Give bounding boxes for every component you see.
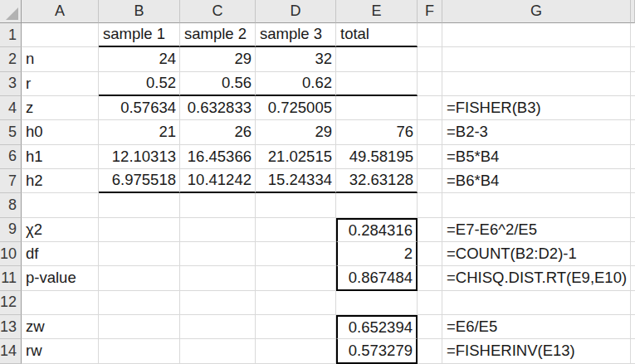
cell-E5[interactable]: 76 xyxy=(336,120,418,144)
cell-H12[interactable] xyxy=(631,291,635,315)
cell-E4[interactable] xyxy=(336,96,418,120)
cell-G3[interactable] xyxy=(442,72,631,96)
cell-B4[interactable]: 0.57634 xyxy=(99,96,180,120)
cell-F10[interactable] xyxy=(418,242,442,266)
cell-F5[interactable] xyxy=(418,120,442,144)
cell-F12[interactable] xyxy=(418,291,442,315)
row-header-7[interactable]: 7 xyxy=(0,169,22,193)
cell-B9[interactable] xyxy=(99,218,180,242)
cell-B11[interactable] xyxy=(99,266,180,290)
cell-H6[interactable] xyxy=(631,145,635,169)
cell-G12[interactable] xyxy=(442,291,631,315)
cell-A2[interactable]: n xyxy=(22,47,99,71)
cell-H10[interactable] xyxy=(631,242,635,266)
cell-G14[interactable]: =FISHERINV(E13) xyxy=(442,339,631,363)
cell-F4[interactable] xyxy=(418,96,442,120)
cell-E12[interactable] xyxy=(336,291,418,315)
cell-D13[interactable] xyxy=(256,315,336,339)
row-header-14[interactable]: 14 xyxy=(0,339,22,363)
cell-G4[interactable]: =FISHER(B3) xyxy=(442,96,631,120)
cell-A8[interactable] xyxy=(22,193,99,217)
cell-G11[interactable]: =CHISQ.DIST.RT(E9,E10) xyxy=(442,266,631,290)
cell-D14[interactable] xyxy=(256,339,336,363)
cell-C12[interactable] xyxy=(180,291,256,315)
cell-F6[interactable] xyxy=(418,145,442,169)
cell-C13[interactable] xyxy=(180,315,256,339)
row-header-5[interactable]: 5 xyxy=(0,120,22,144)
row-header-13[interactable]: 13 xyxy=(0,315,22,339)
cell-E2[interactable] xyxy=(336,47,418,71)
column-header-F[interactable]: F xyxy=(418,0,442,23)
cell-E7[interactable]: 32.63128 xyxy=(336,169,418,193)
row-header-4[interactable]: 4 xyxy=(0,96,22,120)
cell-B6[interactable]: 12.10313 xyxy=(99,145,180,169)
cell-H2[interactable] xyxy=(631,47,635,71)
cell-H8[interactable] xyxy=(631,193,635,217)
column-header-overflow[interactable] xyxy=(631,0,635,23)
cell-F3[interactable] xyxy=(418,72,442,96)
column-header-D[interactable]: D xyxy=(256,0,336,23)
cell-B10[interactable] xyxy=(99,242,180,266)
cell-H7[interactable] xyxy=(631,169,635,193)
cell-F2[interactable] xyxy=(418,47,442,71)
cell-C4[interactable]: 0.632833 xyxy=(180,96,256,120)
cell-E1[interactable]: total xyxy=(336,23,418,47)
cell-E9[interactable]: 0.284316 xyxy=(336,218,418,242)
row-header-6[interactable]: 6 xyxy=(0,145,22,169)
cell-G8[interactable] xyxy=(442,193,631,217)
cell-F11[interactable] xyxy=(418,266,442,290)
cell-G6[interactable]: =B5*B4 xyxy=(442,145,631,169)
cell-C10[interactable] xyxy=(180,242,256,266)
cell-A10[interactable]: df xyxy=(22,242,99,266)
cell-H4[interactable] xyxy=(631,96,635,120)
cell-C1[interactable]: sample 2 xyxy=(180,23,256,47)
cell-B5[interactable]: 21 xyxy=(99,120,180,144)
cell-D12[interactable] xyxy=(256,291,336,315)
cell-D5[interactable]: 29 xyxy=(256,120,336,144)
cell-C8[interactable] xyxy=(180,193,256,217)
cell-E14[interactable]: 0.573279 xyxy=(336,339,418,363)
cell-C7[interactable]: 10.41242 xyxy=(180,169,256,193)
cell-E10[interactable]: 2 xyxy=(336,242,418,266)
cell-A3[interactable]: r xyxy=(22,72,99,96)
cell-H9[interactable] xyxy=(631,218,635,242)
cell-G7[interactable]: =B6*B4 xyxy=(442,169,631,193)
cell-A5[interactable]: h0 xyxy=(22,120,99,144)
column-header-C[interactable]: C xyxy=(180,0,256,23)
cell-H3[interactable] xyxy=(631,72,635,96)
cell-D6[interactable]: 21.02515 xyxy=(256,145,336,169)
cell-H1[interactable] xyxy=(631,23,635,47)
cell-C9[interactable] xyxy=(180,218,256,242)
cell-A11[interactable]: p-value xyxy=(22,266,99,290)
cell-E8[interactable] xyxy=(336,193,418,217)
select-all-corner[interactable] xyxy=(0,0,22,23)
cell-H14[interactable] xyxy=(631,339,635,363)
cell-F13[interactable] xyxy=(418,315,442,339)
cell-C6[interactable]: 16.45366 xyxy=(180,145,256,169)
cell-F8[interactable] xyxy=(418,193,442,217)
cell-D1[interactable]: sample 3 xyxy=(256,23,336,47)
column-header-G[interactable]: G xyxy=(442,0,631,23)
cell-H5[interactable] xyxy=(631,120,635,144)
cell-D2[interactable]: 32 xyxy=(256,47,336,71)
cell-D9[interactable] xyxy=(256,218,336,242)
cell-B8[interactable] xyxy=(99,193,180,217)
cell-C11[interactable] xyxy=(180,266,256,290)
cell-C2[interactable]: 29 xyxy=(180,47,256,71)
cell-B3[interactable]: 0.52 xyxy=(99,72,180,96)
cell-G13[interactable]: =E6/E5 xyxy=(442,315,631,339)
cell-H13[interactable] xyxy=(631,315,635,339)
cell-E6[interactable]: 49.58195 xyxy=(336,145,418,169)
cell-B2[interactable]: 24 xyxy=(99,47,180,71)
cell-F7[interactable] xyxy=(418,169,442,193)
column-header-B[interactable]: B xyxy=(99,0,180,23)
cell-E3[interactable] xyxy=(336,72,418,96)
cell-A12[interactable] xyxy=(22,291,99,315)
cell-A1[interactable] xyxy=(22,23,99,47)
cell-A4[interactable]: z xyxy=(22,96,99,120)
cell-E11[interactable]: 0.867484 xyxy=(336,266,418,290)
cell-F1[interactable] xyxy=(418,23,442,47)
cell-G5[interactable]: =B2-3 xyxy=(442,120,631,144)
cell-A13[interactable]: zw xyxy=(22,315,99,339)
column-header-A[interactable]: A xyxy=(22,0,99,23)
